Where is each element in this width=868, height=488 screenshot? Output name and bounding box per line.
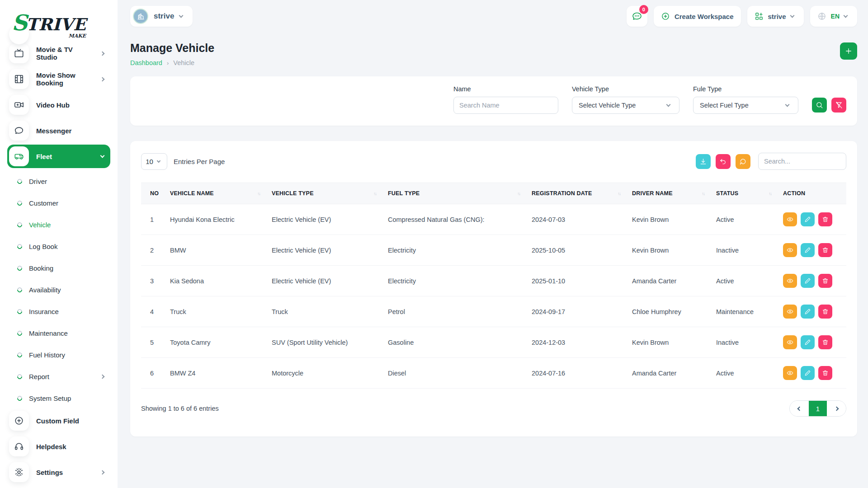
delete-button[interactable] [818, 212, 832, 226]
sidebar-item-report[interactable]: Report [7, 366, 110, 387]
sort-icon[interactable]: ↑↓ [769, 191, 771, 196]
add-vehicle-button[interactable] [840, 42, 857, 60]
sidebar-item-messenger[interactable]: Messenger [7, 119, 110, 142]
sort-icon[interactable]: ↑↓ [517, 191, 520, 196]
view-button[interactable] [783, 305, 797, 319]
workspace-avatar [133, 9, 148, 24]
action-cell [783, 266, 846, 296]
filter-off-icon [835, 101, 843, 109]
sidebar-item-settings[interactable]: Settings [7, 460, 110, 484]
table-search-input[interactable] [758, 153, 846, 170]
sidebar-item-helpdesk[interactable]: Helpdesk [7, 435, 110, 458]
create-workspace-button[interactable]: Create Workspace [654, 6, 741, 27]
driver-name-cell: Amanda Carter [632, 266, 716, 296]
sidebar-item-movie-tv-studio[interactable]: Movie & TV Studio [7, 42, 110, 65]
status-cell: Active [716, 266, 783, 296]
view-button[interactable] [783, 335, 797, 349]
column-header-vehicle-type[interactable]: VEHICLE TYPE↑↓ [272, 183, 388, 204]
sidebar-item-maintenance[interactable]: Maintenance [7, 322, 110, 344]
chat-button[interactable]: 0 [627, 6, 647, 27]
vehicle-table-card: 10 Entries Per Page [130, 141, 857, 436]
delete-button[interactable] [818, 335, 832, 349]
edit-button[interactable] [801, 366, 815, 380]
sort-icon[interactable]: ↑↓ [618, 191, 620, 196]
apply-filter-button[interactable] [812, 98, 827, 113]
pencil-icon [804, 339, 811, 346]
refresh-button[interactable] [736, 154, 750, 169]
sidebar-item-movie-show-booking[interactable]: Movie Show Booking [7, 67, 110, 91]
language-selector[interactable]: EN [810, 6, 857, 27]
delete-button[interactable] [818, 274, 832, 288]
sort-icon[interactable]: ↑↓ [373, 191, 376, 196]
fuel-type-select-value: Select Fuel Type [700, 102, 749, 109]
plus-icon [844, 47, 853, 55]
eye-icon [787, 247, 793, 253]
export-button[interactable] [696, 154, 711, 169]
column-header-vehicle-name[interactable]: VEHICLE NAME↑↓ [170, 183, 272, 204]
column-header-registration-date[interactable]: REGISTRATION DATE↑↓ [532, 183, 632, 204]
name-search-input[interactable] [453, 97, 558, 114]
delete-button[interactable] [818, 366, 832, 380]
delete-button[interactable] [818, 305, 832, 319]
sidebar-item-custom-field[interactable]: Custom Field [7, 409, 110, 432]
no-cell: 6 [141, 358, 170, 389]
delete-button[interactable] [818, 243, 832, 257]
sidebar-item-booking[interactable]: Booking [7, 257, 110, 279]
language-label: EN [831, 13, 840, 20]
sidebar-item-availability[interactable]: Availability [7, 279, 110, 300]
sidebar-item-fleet[interactable]: Fleet [7, 145, 110, 168]
vehicle-type-select[interactable]: Select Vehicle Type [572, 97, 679, 114]
eye-icon [787, 216, 793, 223]
sidebar-item-driver[interactable]: Driver [7, 170, 110, 192]
edit-button[interactable] [801, 274, 815, 288]
workspace-switcher[interactable]: strive [747, 6, 804, 27]
status-cell: Active [716, 358, 783, 389]
view-button[interactable] [783, 274, 797, 288]
sidebar-item-system-setup[interactable]: System Setup [7, 387, 110, 409]
table-header-row: NOVEHICLE NAME↑↓VEHICLE TYPE↑↓FUEL TYPE↑… [141, 183, 846, 204]
eye-icon [787, 370, 793, 376]
driver-name-cell: Kevin Brown [632, 235, 716, 266]
sidebar-item-insurance[interactable]: Insurance [7, 300, 110, 322]
fuel-type-select[interactable]: Select Fuel Type [693, 97, 798, 114]
vehicle-name-cell: Truck [170, 296, 272, 327]
edit-button[interactable] [801, 305, 815, 319]
sidebar-item-vehicle[interactable]: Vehicle [7, 214, 110, 235]
undo-button[interactable] [716, 154, 731, 169]
bullet-icon [16, 329, 24, 337]
undo-icon [719, 158, 727, 165]
vehicle-type-cell: Electric Vehicle (EV) [272, 204, 388, 235]
edit-button[interactable] [801, 212, 815, 226]
edit-button[interactable] [801, 335, 815, 349]
previous-page-button[interactable] [790, 401, 809, 416]
plus-circle-icon [14, 416, 24, 426]
sidebar-item-video-hub[interactable]: Video Hub [7, 93, 110, 117]
column-header-fuel-type[interactable]: FUEL TYPE↑↓ [388, 183, 532, 204]
next-page-button[interactable] [827, 401, 846, 416]
chevron-right-icon [834, 406, 839, 411]
column-header-driver-name[interactable]: DRIVER NAME↑↓ [632, 183, 716, 204]
sort-icon[interactable]: ↑↓ [257, 191, 260, 196]
pencil-icon [804, 308, 811, 315]
sidebar-item-customer[interactable]: Customer [7, 192, 110, 214]
view-button[interactable] [783, 366, 797, 380]
trash-icon [822, 247, 829, 253]
sidebar-item-fuel-history[interactable]: Fuel History [7, 344, 110, 366]
film-icon [14, 74, 24, 84]
column-header-status[interactable]: STATUS↑↓ [716, 183, 783, 204]
vehicle-type-cell: Motorcycle [272, 358, 388, 389]
entries-per-page-select[interactable]: 10 [141, 153, 167, 170]
page-number-button[interactable]: 1 [809, 401, 827, 416]
edit-button[interactable] [801, 243, 815, 257]
breadcrumb-dashboard-link[interactable]: Dashboard [130, 59, 162, 66]
clear-filter-button[interactable] [831, 98, 846, 113]
sidebar-item-log-book[interactable]: Log Book [7, 235, 110, 257]
breadcrumb-separator: › [167, 60, 169, 66]
column-header-no: NO [141, 183, 170, 204]
view-button[interactable] [783, 243, 797, 257]
sort-icon[interactable]: ↑↓ [702, 191, 704, 196]
view-button[interactable] [783, 212, 797, 226]
action-cell [783, 327, 846, 358]
fuel-type-cell: Diesel [388, 358, 532, 389]
workspace-selector[interactable]: strive [130, 6, 193, 27]
